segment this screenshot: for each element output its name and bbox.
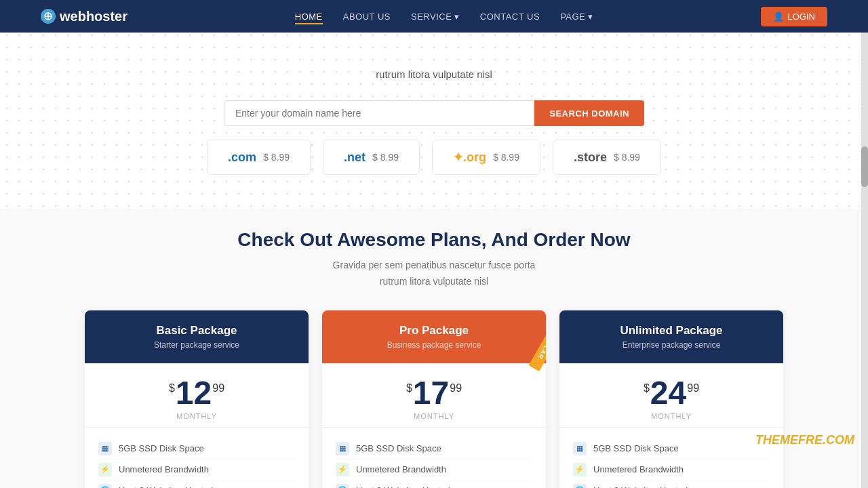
nav-link-service[interactable]: SERVICE ▾ [411,12,460,22]
plan-pro-dollar: $ [406,382,412,394]
wifi-icon: ⚡ [573,463,587,476]
tld-com-name: .com [228,150,256,165]
server-icon: ▦ [336,442,349,455]
logo[interactable]: webhoster [41,9,127,24]
plan-unlimited-cents: 99 [687,382,699,394]
tld-store-price: $ 8.99 [614,152,640,163]
plan-basic-main: 12 [176,377,212,409]
plan-unlimited-price-area: $ 24 99 MONTHLY [559,363,783,428]
logo-icon [41,9,56,24]
nav-item-home[interactable]: HOME [295,10,323,22]
scrollbar-thumb[interactable] [861,146,868,187]
tld-net-name: .net [344,150,366,165]
watermark: THEMEFRE.COM [755,433,854,447]
plan-basic-header: Basic Package Starter package service [85,310,309,363]
nav-link-page[interactable]: PAGE ▾ [560,12,593,22]
plan-pro: Pro Package Business package service POP… [322,310,546,488]
server-icon: ▦ [573,442,587,455]
tld-store[interactable]: .store $ 8.99 [553,140,661,175]
hero-subtitle: rutrum litora vulputate nisl [0,46,868,89]
plan-unlimited-dollar: $ [644,382,650,394]
feature-pro-disk: ▦ 5GB SSD Disk Space [336,439,532,460]
nav-links: HOME ABOUT US SERVICE ▾ CONTACT US PAGE … [295,10,593,22]
feature-basic-websites: 🌐 Host 2 Websites Hosted [98,481,295,488]
wifi-icon: ⚡ [98,463,112,476]
chevron-down-icon: ▾ [454,12,460,22]
logo-text: webhoster [60,9,127,24]
plan-pro-main: 17 [413,377,449,409]
tld-org-name: ✦.org [453,150,486,165]
plan-basic-period: MONTHLY [92,412,302,420]
nav-link-contact[interactable]: CONTACT US [480,12,540,22]
plan-unlimited-tagline: Enterprise package service [573,340,770,350]
user-icon: 👤 [773,12,784,22]
nav-link-about[interactable]: ABOUT US [343,12,391,22]
plan-pro-cents: 99 [450,382,462,394]
globe-icon: 🌐 [336,484,349,488]
nav-item-about[interactable]: ABOUT US [343,10,391,22]
plan-basic-price-area: $ 12 99 MONTHLY [85,363,309,428]
plan-pro-price-area: $ 17 99 MONTHLY [322,363,546,428]
plan-unlimited-features: ▦ 5GB SSD Disk Space ⚡ Unmetered Brandwi… [559,428,783,488]
feature-unlimited-bandwidth: ⚡ Unmetered Brandwidth [573,460,770,481]
plan-pro-features: ▦ 5GB SSD Disk Space ⚡ Unmetered Brandwi… [322,428,546,488]
plan-basic: Basic Package Starter package service $ … [85,310,309,488]
tld-net-price: $ 8.99 [372,152,399,163]
domain-search-area: SEARCH DOMAIN [210,100,658,126]
main-content: rutrum litora vulputate nisl SEARCH DOMA… [0,33,868,488]
plan-basic-dollar: $ [169,382,175,394]
plan-pro-period: MONTHLY [329,412,539,420]
plan-basic-price: $ 12 99 [92,377,302,409]
plan-pro-header: Pro Package Business package service POP… [322,310,546,363]
feature-unlimited-disk: ▦ 5GB SSD Disk Space [573,439,770,460]
nav-item-page[interactable]: PAGE ▾ [560,12,593,22]
globe-icon: 🌐 [573,484,587,488]
tld-com-price: $ 8.99 [263,152,290,163]
wifi-icon: ⚡ [336,463,349,476]
chevron-down-icon: ▾ [588,12,593,22]
tld-org-price: $ 8.99 [493,152,519,163]
plan-basic-name: Basic Package [98,324,295,338]
login-button[interactable]: 👤 LOGIN [761,7,827,26]
plan-basic-features: ▦ 5GB SSD Disk Space ⚡ Unmetered Brandwi… [85,428,309,488]
plans-subtitle: Gravida per sem penatibus nascetur fusce… [14,258,854,290]
plan-unlimited-main: 24 [650,377,686,409]
nav-item-service[interactable]: SERVICE ▾ [411,12,460,22]
plans-title: Check Out Awesome Plans, And Order Now [14,229,854,251]
server-icon: ▦ [98,442,112,455]
tld-org[interactable]: ✦.org $ 8.99 [432,140,540,175]
plan-pro-tagline: Business package service [336,340,532,350]
plan-unlimited-name: Unlimited Package [573,324,770,338]
feature-basic-disk: ▦ 5GB SSD Disk Space [98,439,295,460]
nav-item-contact[interactable]: CONTACT US [480,10,540,22]
hero-section: rutrum litora vulputate nisl SEARCH DOMA… [0,33,868,209]
feature-pro-bandwidth: ⚡ Unmetered Brandwidth [336,460,532,481]
plan-unlimited-period: MONTHLY [566,412,776,420]
plan-unlimited-header: Unlimited Package Enterprise package ser… [559,310,783,363]
tld-list: .com $ 8.99 .net $ 8.99 ✦.org $ 8.99 .st… [0,140,868,175]
navbar: webhoster HOME ABOUT US SERVICE ▾ CONTAC… [0,0,868,33]
domain-input[interactable] [224,100,534,126]
plan-unlimited: Unlimited Package Enterprise package ser… [559,310,783,488]
globe-icon: 🌐 [98,484,112,488]
tld-store-name: .store [574,150,607,165]
search-domain-button[interactable]: SEARCH DOMAIN [534,100,644,126]
feature-basic-bandwidth: ⚡ Unmetered Brandwidth [98,460,295,481]
plan-pro-name: Pro Package [336,324,532,338]
plans-section: Check Out Awesome Plans, And Order Now G… [0,209,868,488]
plan-unlimited-price: $ 24 99 [566,377,776,409]
plans-row: Basic Package Starter package service $ … [75,310,793,488]
feature-pro-websites: 🌐 Host 2 Websites Hosted [336,481,532,488]
plan-basic-cents: 99 [212,382,224,394]
tld-com[interactable]: .com $ 8.99 [207,140,311,175]
nav-link-home[interactable]: HOME [295,12,323,24]
tld-net[interactable]: .net $ 8.99 [323,140,420,175]
plan-basic-tagline: Starter package service [98,340,295,350]
plan-pro-price: $ 17 99 [329,377,539,409]
feature-unlimited-websites: 🌐 Host 2 Websites Hosted [573,481,770,488]
scrollbar[interactable] [861,0,868,488]
